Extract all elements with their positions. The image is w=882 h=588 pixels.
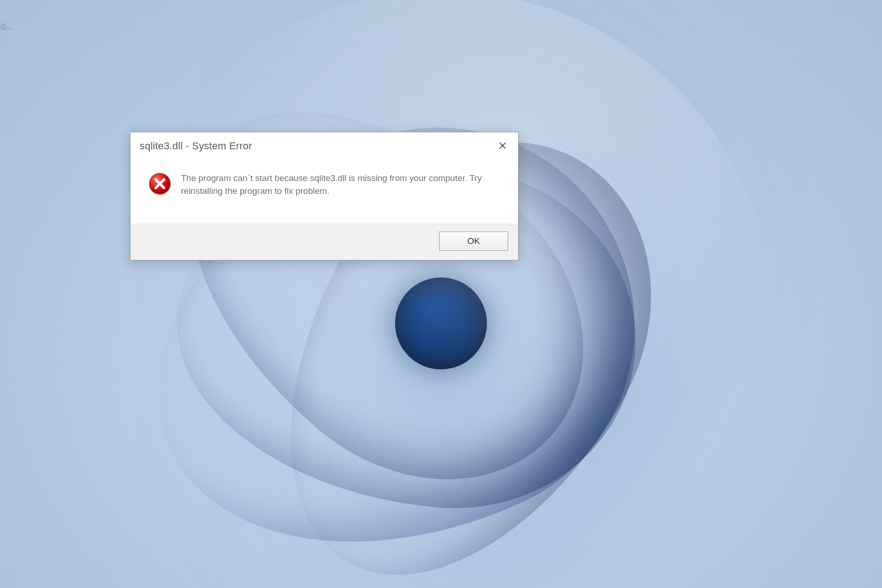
dialog-body: The program can`t start because sqlite3.… — [130, 159, 518, 224]
close-icon — [499, 142, 506, 151]
close-button[interactable] — [494, 138, 511, 154]
wallpaper-bloom — [108, 0, 774, 588]
dialog-title: sqlite3.dll - System Error — [140, 140, 494, 152]
dialog-titlebar[interactable]: sqlite3.dll - System Error — [130, 132, 518, 159]
dialog-message: The program can`t start because sqlite3.… — [181, 172, 493, 197]
dialog-footer: OK — [130, 224, 518, 260]
error-icon — [148, 172, 172, 197]
ok-button[interactable]: OK — [439, 232, 508, 251]
desktop-icon-label-fragment: 6… — [1, 22, 12, 30]
system-error-dialog: sqlite3.dll - System Error — [130, 132, 519, 260]
